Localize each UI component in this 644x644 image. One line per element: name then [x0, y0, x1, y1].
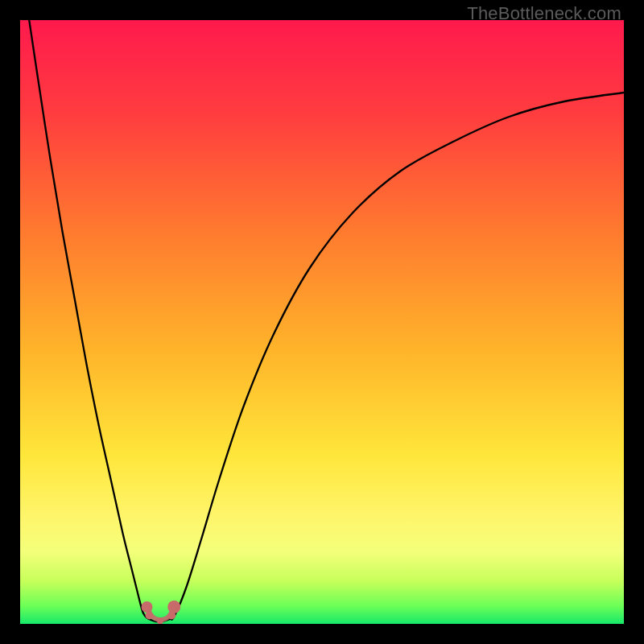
svg-point-4	[167, 612, 175, 620]
plot-area	[20, 20, 624, 624]
bottleneck-curve	[20, 20, 624, 624]
valley-markers	[142, 601, 181, 624]
svg-point-5	[157, 617, 163, 624]
watermark-text: TheBottleneck.com	[467, 3, 621, 24]
svg-point-2	[167, 601, 180, 613]
svg-point-1	[142, 601, 153, 613]
chart-frame: TheBottleneck.com	[0, 0, 644, 644]
svg-point-3	[146, 612, 154, 620]
